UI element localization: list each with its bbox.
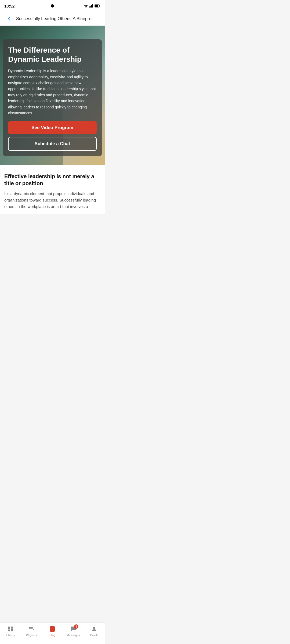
hero-section: The Difference of Dynamic Leadership Dyn… [0,26,105,165]
svg-rect-1 [90,6,91,8]
content-section: Effective leadership is not merely a tit… [0,165,105,214]
see-video-button[interactable]: See Video Program [8,121,97,134]
back-icon [6,16,12,22]
hero-description: Dynamic Leadership is a leadership style… [8,68,97,116]
back-button[interactable] [4,14,14,24]
top-nav: Successfully Leading Others: A Bluepri..… [0,12,105,26]
section-body: It's a dynamic element that propels indi… [4,191,100,210]
svg-rect-5 [100,5,100,7]
wifi-icon [84,4,88,8]
svg-rect-6 [95,5,98,7]
svg-rect-2 [91,5,92,8]
page-title: Successfully Leading Others: A Bluepri..… [16,16,93,21]
battery-icon [95,4,100,8]
signal-icon [89,4,93,8]
camera-indicator [51,4,54,8]
svg-rect-0 [89,6,90,8]
schedule-chat-button[interactable]: Schedule a Chat [8,137,97,151]
hero-title: The Difference of Dynamic Leadership [8,46,97,64]
svg-rect-3 [92,4,93,8]
status-icons [84,4,100,8]
status-time: 10:52 [4,4,15,8]
hero-overlay: The Difference of Dynamic Leadership Dyn… [3,39,102,156]
status-bar: 10:52 [0,0,105,12]
section-headline: Effective leadership is not merely a tit… [4,173,100,187]
